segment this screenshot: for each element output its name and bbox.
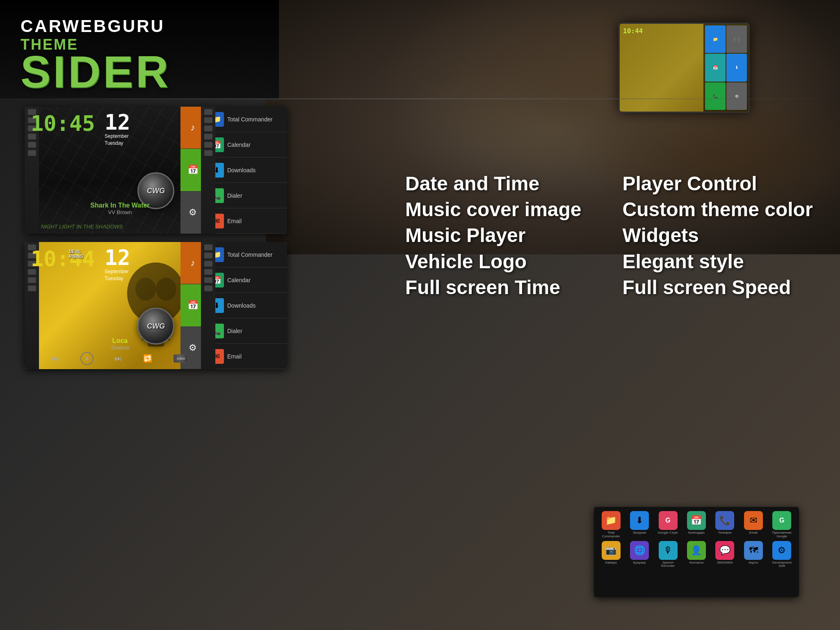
svg-point-1 <box>135 278 156 301</box>
app-item-calendar-2[interactable]: 📅 Calendar <box>205 267 287 293</box>
grid-item-9[interactable]: 🎙 Speech Recorder <box>655 541 681 568</box>
grid-item-13[interactable]: ⚙ Development Setti <box>769 541 795 568</box>
grid-item-0[interactable]: 📁 Total Commander <box>598 511 624 539</box>
grid-icon-4: 📞 <box>715 511 734 530</box>
grid-item-10[interactable]: 👤 Контакты <box>683 541 709 568</box>
calendar-app-label-1: Calendar <box>227 142 251 148</box>
brand-name: SIDER <box>21 49 258 94</box>
app-item-email-1[interactable]: ✉ Email <box>205 208 287 234</box>
date-info-1: September Tuesday <box>105 133 130 147</box>
grid-label-5: Email <box>749 531 758 535</box>
preview-section: 10:45 12 September Tuesday CWG Shark In … <box>25 107 287 369</box>
scroll-text-1: NIGHT LIGHT IN THE SHADOWS <box>41 224 199 230</box>
grid-label-8: Браузер <box>633 561 646 565</box>
downloads-label-2: Downloads <box>227 302 256 309</box>
song-info-2: Loca Shakira <box>41 337 199 351</box>
feature-widgets: Widgets <box>623 224 813 247</box>
panel-yellow-theme: 10:44 DEVILRISING 12 September Tuesday C… <box>25 242 287 369</box>
next-button[interactable]: ⏭ <box>114 354 122 363</box>
grid-icon-1: ⬇ <box>630 511 649 530</box>
brand-company: CARWEBGURU <box>21 16 258 36</box>
feature-fullscreen-time: Full screen Time <box>405 276 582 299</box>
grid-label-10: Контакты <box>689 561 704 565</box>
grid-icon-6: G <box>772 511 791 530</box>
date-info-2: September Tuesday <box>105 268 130 282</box>
grid-item-11[interactable]: 💬 SMS/MMS <box>712 541 738 568</box>
app-item-downloads-2[interactable]: ⬇ Downloads <box>205 293 287 318</box>
grid-icon-12: 🗺 <box>744 541 763 560</box>
car-screen: 10:44 📁 ⋮⋮ 📅 ⬇ 📞 ⚙ <box>619 23 750 113</box>
feature-elegant-style: Elegant style <box>623 250 813 273</box>
downloads-label-1: Downloads <box>227 167 256 173</box>
grid-item-2[interactable]: G Google Страт <box>655 511 681 539</box>
date-day-1: 12 <box>105 112 130 133</box>
song-artist-1: VV Brown <box>41 209 199 215</box>
app-item-email-2[interactable]: ✉ Email <box>205 344 287 369</box>
app-item-dialer-1[interactable]: 📞 Dialer <box>205 183 287 208</box>
grid-icon-8: 🌐 <box>630 541 649 560</box>
grid-item-12[interactable]: 🗺 Карты <box>740 541 766 568</box>
song-title-1: Shark In The Water <box>41 202 199 209</box>
cwg-logo-text-2: CWG <box>147 322 165 331</box>
app-item-calendar-1[interactable]: 📅 Calendar <box>205 132 287 158</box>
app-list-items-1: 📁 Total Commander 📅 Calendar ⬇ Downloads… <box>205 107 287 234</box>
grid-label-3: Календарь <box>688 531 705 535</box>
car-screen-time: 10:44 <box>623 27 643 35</box>
grid-label-9: Speech Recorder <box>657 561 679 568</box>
app-item-commander-2[interactable]: 📁 Total Commander <box>205 242 287 267</box>
feature-player-control: Player Control <box>623 172 813 195</box>
feature-music-player: Music Player <box>405 224 582 247</box>
grid-item-1[interactable]: ⬇ Загрузки <box>626 511 652 539</box>
grid-item-8[interactable]: 🌐 Браузер <box>626 541 652 568</box>
time-display-2: 10:44 <box>31 248 95 269</box>
feature-date-time: Date and Time <box>405 172 582 195</box>
feature-custom-theme: Custom theme color <box>623 198 813 221</box>
feature-music-cover: Music cover image <box>405 198 582 221</box>
calendar-icon-2: 📅 <box>187 300 199 310</box>
grid-label-1: Загрузки <box>633 531 646 535</box>
music-icon-2: ♪ <box>191 258 195 268</box>
repeat-button[interactable]: 🔁 <box>143 354 152 363</box>
email-label-2: Email <box>227 353 242 360</box>
grid-item-7[interactable]: 📷 Камера <box>598 541 624 568</box>
app-item-dialer-2[interactable]: 📞 Dialer <box>205 318 287 344</box>
app-list-items-2: 📁 Total Commander 📅 Calendar ⬇ Downloads… <box>205 242 287 369</box>
grid-icon-5: ✉ <box>744 511 763 530</box>
app-item-commander-1[interactable]: 📁 Total Commander <box>205 107 287 132</box>
app-list-2: 📁 Total Commander 📅 Calendar ⬇ Downloads… <box>205 242 287 369</box>
calendar-icon: 📅 <box>187 164 199 175</box>
features-section: Date and Time Music cover image Music Pl… <box>405 172 815 299</box>
prev-button[interactable]: ⏮ <box>52 354 59 363</box>
app-grid: 📁 Total Commander ⬇ Загрузки G Google Ст… <box>598 511 795 568</box>
grid-label-6: Приложение Google <box>771 531 793 539</box>
grid-label-12: Карты <box>749 561 758 565</box>
grid-label-7: Камера <box>605 561 617 565</box>
grid-label-0: Total Commander <box>600 531 622 539</box>
commander-label-1: Total Commander <box>227 116 273 123</box>
grid-item-6[interactable]: G Приложение Google <box>769 511 795 539</box>
email-label-1: Email <box>227 218 242 224</box>
grid-icon-13: ⚙ <box>772 541 791 560</box>
grid-label-4: Телефон <box>718 531 732 535</box>
feature-vehicle-logo: Vehicle Logo <box>405 250 582 273</box>
separator <box>0 98 840 99</box>
player-controls-2: ⏮ ⏸ ⏭ 🔁 CWG <box>41 352 199 365</box>
grid-item-3[interactable]: 📅 Календарь <box>683 511 709 539</box>
cwg-logo-text-1: CWG <box>147 187 165 195</box>
grid-item-4[interactable]: 📞 Телефон <box>712 511 738 539</box>
time-value-1: 10:45 <box>31 111 95 136</box>
header: CARWEBGURU THEME SIDER <box>0 0 279 98</box>
film-strip-right-2 <box>201 242 215 369</box>
app-item-downloads-1[interactable]: ⬇ Downloads <box>205 158 287 183</box>
grid-icon-2: G <box>659 511 678 530</box>
time-display-1: 10:45 <box>31 113 95 134</box>
play-pause-button[interactable]: ⏸ <box>80 352 94 365</box>
grid-icon-10: 👤 <box>687 541 706 560</box>
app-list-1: 📁 Total Commander 📅 Calendar ⬇ Downloads… <box>205 107 287 234</box>
grid-icon-11: 💬 <box>715 541 734 560</box>
dialer-label-1: Dialer <box>227 192 242 199</box>
commander-label-2: Total Commander <box>227 251 273 258</box>
calendar-app-label-2: Calendar <box>227 277 251 283</box>
grid-item-5[interactable]: ✉ Email <box>740 511 766 539</box>
grid-icon-0: 📁 <box>602 511 621 530</box>
